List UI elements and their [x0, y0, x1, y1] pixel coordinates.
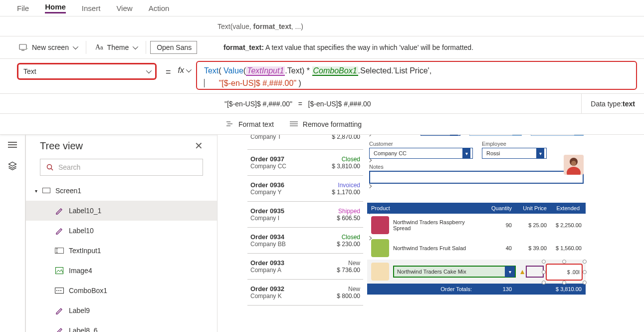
employee-avatar: [564, 155, 584, 175]
svg-point-20: [60, 290, 61, 291]
product-combobox[interactable]: Northwind Traders Cake Mix▾: [393, 266, 516, 278]
employee-label: Employee: [482, 141, 547, 147]
chevron-down-icon: [73, 44, 78, 49]
close-icon[interactable]: ✕: [195, 140, 203, 152]
svg-text:+: +: [27, 46, 28, 51]
order-gallery-item[interactable]: Order 0932Company KNew$ 800.00: [247, 280, 363, 306]
sig-active: format_text: [253, 22, 291, 30]
tree-item[interactable]: Label8_6: [26, 321, 217, 332]
svg-line-10: [51, 169, 53, 171]
sig-suffix: , ...): [291, 22, 303, 30]
product-table-footer: Order Totals: 130 $ 3,810.00: [367, 284, 586, 295]
font-name: Open Sans: [157, 43, 192, 51]
remove-formatting-button[interactable]: Remove formatting: [282, 120, 370, 128]
chevron-down-icon: [146, 68, 152, 73]
calendar-icon: [512, 135, 521, 135]
formula-bar: Text = fx Text( Value(TextInput1.Text) *…: [0, 59, 644, 94]
layers-icon[interactable]: [7, 161, 17, 171]
format-toolbar: Format text Remove formatting: [0, 114, 644, 135]
format-text-button[interactable]: Format text: [217, 120, 282, 128]
info-param: format_text:: [223, 43, 264, 51]
menu-file[interactable]: File: [17, 4, 29, 12]
extended-price-selected[interactable]: $ .00I: [546, 264, 583, 281]
menu-bar: File Home Insert View Action: [0, 0, 644, 16]
employee-dropdown[interactable]: Rossi▾: [482, 148, 547, 159]
eval-rhs: [$-en-US]$ #,###.00: [308, 100, 371, 108]
svg-point-19: [58, 290, 59, 291]
customer-label: Customer: [369, 141, 473, 147]
svg-point-9: [47, 165, 52, 169]
chevron-down-icon: [186, 67, 192, 72]
calendar-icon: [574, 135, 583, 135]
eval-lhs: "[$-en-US]$ #,###.00": [224, 100, 292, 108]
order-gallery-item[interactable]: Company T$ 2,870.00: [247, 135, 363, 150]
new-screen-label: New screen: [32, 43, 69, 51]
quantity-input[interactable]: [526, 266, 544, 278]
chevron-down-icon: [133, 44, 138, 49]
order-gallery-item[interactable]: Order 0933Company ANew$ 736.00: [247, 254, 363, 280]
notes-label: Notes: [369, 164, 584, 170]
menu-action[interactable]: Action: [149, 4, 170, 12]
product-row: Northwind Traders Raspberry Spread90$ 25…: [367, 214, 586, 237]
sig-prefix: Text(value,: [217, 22, 253, 30]
ribbon: + New screen Aa Theme Open Sans format_t…: [0, 36, 644, 59]
notes-input[interactable]: [369, 171, 584, 184]
hamburger-icon[interactable]: [8, 142, 17, 148]
paid-date-picker[interactable]: 6/4/2006: [531, 135, 584, 136]
order-gallery-item[interactable]: Order 0937Company CCClosed$ 3,810.00: [247, 150, 363, 176]
product-table-header: Product Quantity Unit Price Extended: [367, 203, 586, 214]
search-icon: [46, 164, 53, 171]
formula-signature-bar: Text(value, format_text, ...): [0, 16, 644, 36]
font-selector[interactable]: Open Sans: [150, 41, 197, 54]
menu-home[interactable]: Home: [45, 2, 66, 13]
tree-item[interactable]: Image4: [26, 261, 217, 281]
data-type-label: Data type: text: [581, 94, 644, 113]
customer-dropdown[interactable]: Company CC▾: [369, 148, 473, 159]
tree-view-title: Tree view: [40, 140, 83, 152]
product-row: Northwind Traders Fruit Salad40$ 39.00$ …: [367, 237, 586, 260]
tree-item[interactable]: ComboBox1: [26, 281, 217, 301]
tree-root[interactable]: ▾Screen1: [26, 181, 217, 201]
tree-view-panel: Tree view ✕ Search ▾Screen1Label10_1Labe…: [26, 135, 217, 332]
product-table: Product Quantity Unit Price Extended Nor…: [367, 203, 586, 295]
canvas[interactable]: Company T$ 2,870.00Order 0937Company CCC…: [217, 135, 644, 332]
order-number: 0937: [369, 135, 412, 136]
order-gallery-item[interactable]: Order 0935Company IShipped$ 606.50: [247, 202, 363, 228]
menu-insert[interactable]: Insert: [82, 4, 101, 12]
status-dropdown[interactable]: Closed ▾: [421, 135, 460, 136]
svg-point-18: [56, 290, 57, 291]
menu-view[interactable]: View: [116, 4, 132, 12]
theme-label: Theme: [107, 43, 129, 51]
theme-button[interactable]: Aa Theme: [90, 40, 142, 54]
tree-item[interactable]: Label10: [26, 221, 217, 241]
product-thumb: [371, 263, 389, 281]
tree-item[interactable]: TextInput1: [26, 241, 217, 261]
property-selector[interactable]: Text: [17, 63, 157, 80]
order-date-picker[interactable]: 6/4/2006: [469, 135, 522, 136]
formula-result-bar: "[$-en-US]$ #,###.00" = [$-en-US]$ #,###…: [0, 94, 644, 114]
formula-editor[interactable]: Text( Value(TextInput1.Text) * ComboBox1…: [196, 61, 637, 90]
eval-eq: =: [298, 100, 302, 108]
info-desc: A text value that specifies the way in w…: [264, 43, 473, 51]
order-gallery-item[interactable]: Order 0934Company BBClosed$ 230.00: [247, 228, 363, 254]
tree-item[interactable]: Label9: [26, 301, 217, 321]
tree-item[interactable]: Label10_1: [26, 201, 217, 221]
equals-sign: =: [166, 67, 171, 77]
property-name: Text: [23, 67, 36, 75]
order-gallery[interactable]: Company T$ 2,870.00Order 0937Company CCC…: [247, 135, 363, 306]
order-gallery-item[interactable]: Order 0936Company YInvoiced$ 1,170.00: [247, 176, 363, 202]
warning-icon: ▲: [519, 268, 526, 276]
svg-rect-11: [43, 188, 50, 193]
format-text-label: Format text: [238, 120, 274, 128]
svg-point-24: [571, 161, 576, 166]
remove-formatting-label: Remove formatting: [303, 120, 362, 128]
order-form: 0937 Closed ▾ 6/4/2006 6/4/2006: [369, 135, 584, 189]
svg-rect-0: [19, 44, 26, 49]
left-rail: [0, 135, 26, 332]
search-placeholder: Search: [58, 163, 80, 171]
tree-search-input[interactable]: Search: [40, 159, 203, 176]
new-screen-button[interactable]: + New screen: [14, 40, 82, 54]
product-edit-row: Northwind Traders Cake Mix▾ ▲ ▲ $ 15.99 …: [367, 260, 586, 284]
fx-button[interactable]: fx: [178, 66, 190, 75]
